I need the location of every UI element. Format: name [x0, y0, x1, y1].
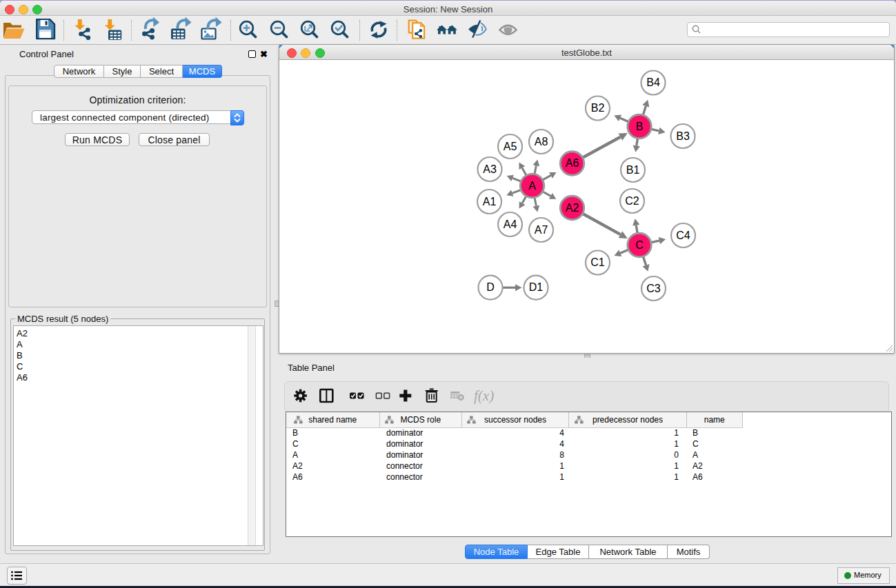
svg-text:B: B: [636, 121, 644, 132]
svg-text:B4: B4: [646, 77, 660, 88]
svg-text:B3: B3: [676, 130, 690, 142]
svg-text:A5: A5: [504, 141, 517, 152]
svg-text:C1: C1: [590, 256, 605, 268]
svg-text:B2: B2: [591, 102, 605, 114]
svg-text:A8: A8: [535, 136, 548, 148]
svg-text:D1: D1: [529, 281, 544, 293]
svg-text:D: D: [486, 281, 495, 293]
svg-text:A6: A6: [566, 157, 579, 169]
svg-text:A: A: [528, 180, 536, 192]
svg-text:A2: A2: [566, 202, 579, 214]
svg-text:A3: A3: [483, 163, 497, 175]
svg-text:A1: A1: [483, 196, 497, 207]
svg-text:f(x): f(x): [474, 387, 494, 404]
svg-text:A4: A4: [504, 219, 517, 230]
svg-text:B1: B1: [626, 164, 640, 176]
svg-text:C4: C4: [676, 230, 690, 241]
svg-text:C2: C2: [625, 195, 639, 207]
svg-text:C: C: [635, 239, 644, 251]
svg-text:A7: A7: [535, 224, 548, 236]
svg-text:C3: C3: [646, 283, 661, 294]
